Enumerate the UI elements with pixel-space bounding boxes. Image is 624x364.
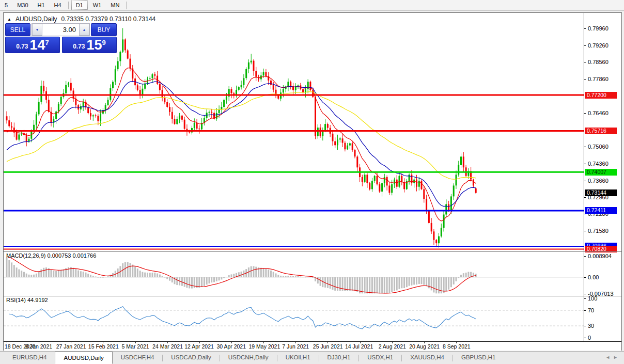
rsi-name: RSI(14)	[6, 297, 26, 303]
axis-tick-mark	[584, 277, 586, 278]
tab-usdchf-h4[interactable]: USDCHF,H4	[113, 352, 163, 364]
lot-decrease-button[interactable]: ▼	[32, 24, 42, 36]
rsi-tick: 0	[588, 335, 591, 341]
price-line-badge: 0.72411	[585, 207, 617, 214]
date-tick-mark	[103, 342, 103, 343]
timeframe-5[interactable]: 5	[1, 1, 12, 9]
tab-scroll-arrows[interactable]: ◄►	[605, 355, 621, 360]
date-tick-mark	[295, 342, 296, 343]
date-label: 27 Jan 2021	[56, 343, 86, 350]
timeframe-d1[interactable]: D1	[71, 1, 88, 10]
price-tick: 0.73660	[588, 178, 609, 184]
axis-tick-mark	[584, 181, 586, 181]
axis-tick-mark	[584, 338, 586, 338]
axis-tick-mark	[584, 147, 586, 147]
date-tick-mark	[167, 342, 168, 343]
chart-header: ▲ AUDUSD,Daily 0.73335 0.73379 0.73110 0…	[7, 15, 155, 23]
timeframe-w1[interactable]: W1	[89, 1, 106, 9]
date-label: 5 Mar 2021	[122, 343, 149, 350]
toolbar-separator	[68, 2, 69, 9]
sell-button[interactable]: SELL	[5, 23, 30, 36]
lot-increase-button[interactable]: ▲	[79, 24, 89, 36]
one-click-trading-panel: SELL ▼ ▲ BUY 0.73 14 7 0.73 15 9	[5, 23, 117, 53]
rsi-tick: 70	[588, 307, 594, 313]
tab-usdcnh-daily[interactable]: USDCNH,Daily	[220, 352, 277, 364]
axis-tick-mark	[584, 62, 586, 62]
symbol-tab-bar: EURUSD,H4AUDUSD,DailyUSDCHF,H4USDCAD,Dai…	[0, 351, 624, 364]
date-label: 15 Feb 2021	[88, 343, 119, 350]
buy-price-display[interactable]: 0.73 15 9	[62, 37, 117, 53]
chart-title: AUDUSD,Daily	[15, 15, 57, 23]
timeframe-h4[interactable]: H4	[50, 1, 66, 9]
price-tick: 0.74360	[588, 161, 609, 167]
macd-signal-value: 0.001766	[72, 252, 96, 259]
price-tick: 0.78560	[588, 59, 609, 65]
date-label: 8 Sep 2021	[443, 343, 471, 350]
toolbar-separator	[126, 2, 127, 9]
rsi-tick: 30	[588, 323, 594, 329]
macd-name: MACD(12,26,9)	[6, 252, 45, 259]
current-price-badge: 0.73144	[585, 189, 617, 196]
tab-gbpusd-h1[interactable]: GBPUSD,H1	[453, 352, 504, 364]
rsi-panel-separator[interactable]	[4, 296, 621, 296]
date-tick-mark	[360, 342, 361, 343]
date-label: 2 Aug 2021	[379, 343, 406, 350]
rsi-indicator-label: RSI(14) 44.9192	[6, 297, 48, 303]
date-tick-mark	[231, 342, 232, 343]
date-tick-mark	[7, 342, 7, 343]
axis-tick-mark	[584, 326, 586, 326]
date-tick-mark	[327, 342, 328, 343]
price-tick: 0.79960	[588, 25, 609, 31]
sell-price-big: 14	[30, 38, 45, 52]
tab-usdcad-daily[interactable]: USDCAD,Daily	[163, 352, 219, 364]
buy-price-big: 15	[87, 38, 102, 52]
axis-tick-mark	[584, 256, 586, 257]
date-tick-mark	[39, 342, 39, 343]
tab-xauusd-h4[interactable]: XAUUSD,H4	[402, 352, 453, 364]
tab-eurusd-h4[interactable]: EURUSD,H4	[4, 352, 55, 364]
timeframe-m30[interactable]: M30	[13, 1, 32, 9]
time-axis: 18 Dec 20208 Jan 202127 Jan 202115 Feb 2…	[4, 341, 621, 351]
axis-tick-mark	[584, 231, 586, 231]
chart-plot-area[interactable]	[4, 13, 584, 341]
axis-tick-mark	[584, 298, 586, 299]
axis-tick-mark	[584, 310, 586, 311]
price-line-badge: 0.77200	[585, 92, 617, 99]
timeframe-h1[interactable]: H1	[34, 1, 49, 9]
price-line-badge: 0.75716	[585, 128, 617, 134]
sell-price-display[interactable]: 0.73 14 7	[5, 37, 60, 53]
date-tick-mark	[199, 342, 200, 343]
date-label: 25 Jun 2021	[313, 343, 343, 350]
chart-window: 0.799600.792600.785600.778600.764600.750…	[3, 12, 622, 351]
tab-audusd-daily[interactable]: AUDUSD,Daily	[55, 352, 112, 364]
axis-tick-mark	[584, 197, 586, 198]
macd-main-value: 0.000753	[47, 252, 71, 259]
rsi-value: 44.9192	[27, 297, 48, 303]
date-tick-mark	[392, 342, 393, 343]
chart-ohlc-values: 0.73335 0.73379 0.73110 0.73144	[61, 15, 156, 23]
date-label: 24 Mar 2021	[152, 343, 183, 350]
tab-scroll-right-icon[interactable]: ►	[613, 355, 621, 360]
price-axis: 0.799600.792600.785600.778600.764600.750…	[584, 13, 621, 341]
date-label: 12 Apr 2021	[184, 343, 214, 350]
date-tick-mark	[424, 342, 425, 343]
tab-dj30-h1[interactable]: DJ30,H1	[319, 352, 359, 364]
date-tick-mark	[263, 342, 264, 343]
lot-size-stepper: ▼ ▲	[32, 23, 90, 36]
price-tick: 0.77860	[588, 76, 609, 82]
tab-scroll-left-icon[interactable]: ◄	[605, 355, 613, 360]
axis-tick-mark	[584, 294, 586, 294]
macd-tick: 0.008904	[588, 253, 612, 259]
timeframe-mn[interactable]: MN	[106, 1, 123, 9]
collapse-panel-icon[interactable]: ▲	[7, 17, 11, 22]
price-tick: 0.71580	[588, 228, 609, 234]
price-line-badge: 0.74007	[585, 169, 617, 176]
axis-tick-mark	[584, 28, 586, 29]
tab-usdx-h1[interactable]: USDX,H1	[359, 352, 401, 364]
macd-panel-separator[interactable]	[4, 251, 621, 252]
buy-price-sup: 9	[102, 34, 106, 52]
axis-tick-mark	[584, 45, 586, 46]
tab-ukoil-h1[interactable]: UKOil,H1	[277, 352, 319, 364]
buy-price-small: 0.73	[73, 41, 85, 52]
date-label: 14 Jul 2021	[345, 343, 373, 350]
